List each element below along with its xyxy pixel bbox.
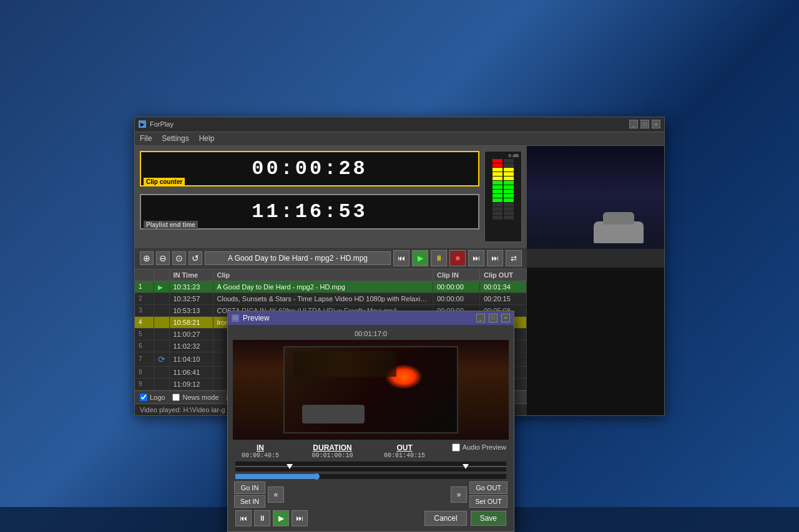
col-header-clip: Clip xyxy=(213,269,433,281)
row-number: 7 xyxy=(135,352,154,366)
dialog-close-button[interactable]: × xyxy=(501,314,510,322)
row-indicator xyxy=(154,304,169,316)
vu-bars xyxy=(493,159,514,240)
playlist-row[interactable]: 210:32:57Clouds, Sunsets & Stars - Time … xyxy=(135,293,527,304)
vu-left-channel xyxy=(493,159,502,240)
dialog-body: 00:01:17:0 IN 00:00:40:5 xyxy=(228,325,514,531)
clip-counter-display: 00:00:28 Clip counter xyxy=(140,151,479,186)
dialog-title: Preview xyxy=(243,314,473,322)
col-header-in-time: IN Time xyxy=(169,269,213,281)
dialog-bottom-transport: ⏮ ⏸ ▶ ⏭ xyxy=(235,510,308,526)
app-title: ForPlay xyxy=(150,120,629,128)
next-clip-button[interactable]: ⏭ xyxy=(487,250,503,266)
cancel-button[interactable]: Cancel xyxy=(424,511,466,526)
minimize-button[interactable]: _ xyxy=(629,120,638,128)
dialog-skip-start-button[interactable]: ⏮ xyxy=(235,510,252,526)
counters-section: 00:00:28 Clip counter 11:16:53 Playlist … xyxy=(135,146,527,247)
menu-settings[interactable]: Settings xyxy=(162,134,189,143)
row-clip-in: 00:00:00 xyxy=(433,281,480,293)
skip-to-start-button[interactable]: ⏮ xyxy=(393,250,409,266)
desktop: ▶ ForPlay _ □ × File Settings Help xyxy=(0,0,799,532)
row-in-time: 10:31:23 xyxy=(169,281,213,293)
col-header-clip-out: Clip OUT xyxy=(480,269,527,281)
news-mode-label: News mode xyxy=(182,394,218,401)
dialog-icon: □ xyxy=(232,314,239,322)
trim-in-handle[interactable] xyxy=(287,464,293,469)
preview-dialog: □ Preview _ □ × 00:01:17:0 xyxy=(227,311,514,532)
vu-meter: 0 dB xyxy=(484,151,522,242)
dialog-actions: Cancel Save xyxy=(424,511,506,526)
play-button[interactable]: ▶ xyxy=(412,250,428,266)
row-indicator xyxy=(154,366,169,378)
window-controls: _ □ × xyxy=(629,120,660,128)
debris xyxy=(302,405,365,423)
dialog-restore-button[interactable]: □ xyxy=(489,314,498,322)
dialog-skip-end-button[interactable]: ⏭ xyxy=(292,510,308,526)
row-indicator xyxy=(154,378,169,390)
row-indicator xyxy=(154,316,169,328)
dialog-bottom-row: ⏮ ⏸ ▶ ⏭ Cancel Save xyxy=(233,510,509,526)
row-indicator xyxy=(154,340,169,352)
fit-button[interactable]: ⊙ xyxy=(172,251,186,265)
playlist-row[interactable]: 1▶10:31:23A Good Day to Die Hard - mpg2 … xyxy=(135,281,527,293)
explosion-scene xyxy=(283,346,458,433)
menu-file[interactable]: File xyxy=(140,134,152,143)
duration-label: DURATION xyxy=(313,443,351,452)
row-indicator: ▶ xyxy=(154,281,169,293)
out-buttons-group: Go OUT Set OUT xyxy=(469,481,507,508)
set-out-button[interactable]: Set OUT xyxy=(469,495,507,508)
row-in-time: 11:06:41 xyxy=(169,366,213,378)
dialog-play-button[interactable]: ▶ xyxy=(273,510,289,526)
audio-preview-label: Audio Preview xyxy=(463,443,506,451)
dialog-title-bar: □ Preview _ □ × xyxy=(228,311,514,325)
preview-video-inner xyxy=(233,340,509,440)
row-number: 1 xyxy=(135,281,154,293)
audio-preview-checkbox[interactable] xyxy=(452,443,460,452)
menu-help[interactable]: Help xyxy=(199,134,215,143)
trim-bar-section xyxy=(233,462,509,479)
row-number: 2 xyxy=(135,293,154,304)
vu-db-label: 0 dB xyxy=(486,153,520,158)
news-mode-option: News mode xyxy=(172,394,218,401)
clip-counter-label: Clip counter xyxy=(144,178,185,186)
loop-button[interactable]: ↺ xyxy=(189,251,202,265)
save-button[interactable]: Save xyxy=(471,511,506,526)
row-in-time: 11:02:32 xyxy=(169,340,213,352)
set-in-button[interactable]: Set IN xyxy=(234,495,265,508)
playback-slider[interactable] xyxy=(235,474,506,479)
row-indicator xyxy=(154,293,169,304)
out-label: OUT xyxy=(396,443,412,452)
row-clip-out: 00:20:15 xyxy=(480,293,527,304)
playback-progress xyxy=(235,474,316,479)
trim-range xyxy=(290,466,466,467)
go-in-button[interactable]: Go IN xyxy=(234,481,265,494)
playback-thumb[interactable] xyxy=(313,473,320,480)
row-clip-name: Clouds, Sunsets & Stars - Time Lapse Vid… xyxy=(213,293,433,304)
news-mode-checkbox[interactable] xyxy=(172,394,180,401)
trim-slider[interactable] xyxy=(235,462,506,472)
dialog-prev-frame-button[interactable]: « xyxy=(268,486,284,503)
row-indicator xyxy=(154,328,169,340)
row-number: 8 xyxy=(135,366,154,378)
pause-button[interactable]: ⏸ xyxy=(431,250,447,266)
duration-group: DURATION 00:01:00:10 xyxy=(308,443,358,459)
logo-checkbox[interactable] xyxy=(140,394,147,401)
dialog-next-frame-button[interactable]: » xyxy=(451,486,467,503)
sync-button[interactable]: ⇄ xyxy=(506,250,522,266)
skip-to-end-button[interactable]: ⏭ xyxy=(468,250,484,266)
dialog-pause-button[interactable]: ⏸ xyxy=(254,510,270,526)
out-group: OUT 00:01:40:15 xyxy=(380,443,429,459)
logo-option: Logo xyxy=(140,394,165,401)
go-out-button[interactable]: Go OUT xyxy=(469,481,507,494)
zoom-out-button[interactable]: ⊖ xyxy=(156,251,170,265)
stop-button[interactable]: ■ xyxy=(449,250,466,266)
close-button[interactable]: × xyxy=(652,120,660,128)
row-clip-out: 00:01:34 xyxy=(480,281,527,293)
dialog-minimize-button[interactable]: _ xyxy=(476,314,485,322)
status-text: Video played: H:\Video lar-g xyxy=(140,406,225,414)
trim-out-handle[interactable] xyxy=(463,464,469,469)
row-number: 9 xyxy=(135,378,154,390)
zoom-in-button[interactable]: ⊕ xyxy=(140,251,154,265)
out-value: 00:01:40:15 xyxy=(384,452,425,459)
maximize-button[interactable]: □ xyxy=(640,120,649,128)
